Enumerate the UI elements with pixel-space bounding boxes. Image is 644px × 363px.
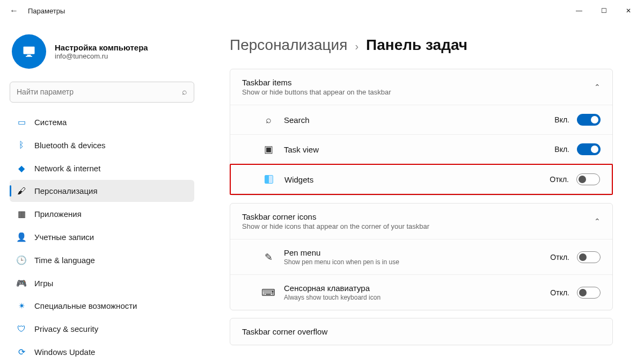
taskview-toggle[interactable]: [577, 143, 601, 155]
state-label: Откл.: [550, 253, 569, 262]
row-label: Pen menu: [284, 248, 399, 257]
nav-item-bluetooth[interactable]: ᛒ Bluetooth & devices: [10, 134, 194, 156]
corner-overflow-header[interactable]: Taskbar corner overflow: [230, 318, 612, 345]
taskbar-item-taskview: ▣ Task view Вкл.: [230, 134, 612, 164]
state-label: Вкл.: [554, 115, 569, 124]
nav-label: Privacy & security: [34, 324, 98, 333]
state-label: Вкл.: [554, 145, 569, 154]
card-subtitle: Show or hide icons that appear on the co…: [242, 222, 429, 230]
sidebar: Настройка компьютера info@tunecom.ru ⌕ ▭…: [0, 21, 204, 363]
system-icon: ▭: [16, 117, 27, 127]
nav-label: Учетные записи: [34, 233, 94, 242]
corner-icon-keyboard: ⌨ Сенсорная клавиатура Always show touch…: [230, 274, 612, 310]
pen-icon: ✎: [262, 251, 274, 263]
nav-item-privacy[interactable]: 🛡 Privacy & security: [10, 318, 194, 340]
row-sub: Always show touch keyboard icon: [284, 294, 380, 301]
close-button[interactable]: ✕: [616, 2, 641, 19]
chevron-right-icon: ›: [355, 40, 358, 53]
nav-label: Приложения: [34, 209, 82, 219]
wifi-icon: ◆: [16, 163, 27, 173]
apps-icon: ▦: [16, 209, 27, 220]
search-icon: ⌕: [182, 87, 187, 97]
titlebar: ← Параметры ― ☐ ✕: [0, 0, 644, 21]
taskbar-item-search: ⌕ Search Вкл.: [230, 105, 612, 134]
update-icon: ⟳: [16, 347, 27, 358]
nav-item-network[interactable]: ◆ Network & internet: [10, 157, 194, 179]
nav-label: Bluetooth & devices: [34, 141, 106, 150]
search-box[interactable]: ⌕: [10, 82, 194, 103]
brush-icon: 🖌: [16, 186, 27, 197]
nav-item-gaming[interactable]: 🎮 Игры: [10, 272, 194, 294]
nav-label: Time & language: [34, 256, 95, 265]
nav-item-apps[interactable]: ▦ Приложения: [10, 203, 194, 225]
state-label: Откл.: [550, 175, 569, 184]
card-title: Taskbar items: [242, 78, 391, 87]
nav-item-system[interactable]: ▭ Система: [10, 111, 194, 133]
back-button[interactable]: ←: [10, 6, 18, 16]
nav-item-accessibility[interactable]: ✴ Специальные возможности: [10, 295, 194, 317]
nav-label: Персонализация: [34, 186, 98, 195]
taskbar-items-header[interactable]: Taskbar items Show or hide buttons that …: [230, 69, 612, 105]
breadcrumb-parent[interactable]: Персонализация: [230, 37, 347, 54]
card-title: Taskbar corner overflow: [242, 327, 327, 336]
chevron-up-icon: ⌃: [594, 83, 601, 91]
row-label: Сенсорная клавиатура: [284, 284, 380, 293]
search-toggle[interactable]: [577, 114, 601, 126]
breadcrumb-current: Панель задач: [366, 37, 467, 54]
row-label: Search: [284, 115, 310, 125]
breadcrumb: Персонализация › Панель задач: [230, 37, 613, 54]
shield-icon: 🛡: [16, 324, 27, 335]
nav-label: Система: [34, 118, 67, 127]
card-subtitle: Show or hide buttons that appear on the …: [242, 88, 391, 96]
corner-icons-card: Taskbar corner icons Show or hide icons …: [230, 203, 613, 310]
keyboard-toggle[interactable]: [577, 287, 601, 299]
keyboard-icon: ⌨: [262, 287, 274, 299]
svg-rect-1: [27, 55, 31, 56]
svg-rect-0: [24, 47, 35, 54]
nav-item-time[interactable]: 🕒 Time & language: [10, 249, 194, 271]
taskview-icon: ▣: [262, 143, 274, 155]
main-panel: Персонализация › Панель задач Taskbar it…: [204, 21, 644, 363]
nav-item-update[interactable]: ⟳ Windows Update: [10, 341, 194, 363]
corner-overflow-card: Taskbar corner overflow: [230, 318, 613, 345]
taskbar-items-card: Taskbar items Show or hide buttons that …: [230, 69, 613, 195]
taskbar-item-widgets: Widgets Откл.: [230, 164, 613, 195]
row-label: Task view: [284, 145, 319, 154]
profile-name: Настройка компьютера: [55, 43, 148, 52]
state-label: Откл.: [550, 288, 569, 297]
widgets-toggle[interactable]: [576, 173, 600, 185]
nav-item-personalization[interactable]: 🖌 Персонализация: [10, 180, 194, 202]
svg-rect-2: [26, 56, 32, 57]
gamepad-icon: 🎮: [16, 278, 27, 288]
maximize-button[interactable]: ☐: [591, 2, 616, 19]
search-input[interactable]: [17, 88, 170, 96]
nav-list: ▭ Система ᛒ Bluetooth & devices ◆ Networ…: [10, 111, 194, 363]
minimize-button[interactable]: ―: [567, 2, 591, 19]
window-title: Параметры: [28, 7, 65, 15]
row-label: Widgets: [284, 175, 313, 184]
search-icon: ⌕: [262, 114, 274, 126]
clock-icon: 🕒: [16, 255, 27, 265]
card-title: Taskbar corner icons: [242, 212, 429, 221]
profile-email: info@tunecom.ru: [55, 52, 148, 60]
corner-icon-pen: ✎ Pen menu Show pen menu icon when pen i…: [230, 239, 612, 274]
accessibility-icon: ✴: [16, 301, 27, 311]
nav-label: Специальные возможности: [34, 301, 137, 310]
row-sub: Show pen menu icon when pen is in use: [284, 258, 399, 266]
person-icon: 👤: [16, 231, 27, 242]
chevron-up-icon: ⌃: [594, 217, 601, 226]
bluetooth-icon: ᛒ: [16, 140, 27, 150]
nav-label: Network & internet: [34, 164, 100, 173]
pen-toggle[interactable]: [577, 251, 601, 263]
nav-label: Windows Update: [34, 347, 95, 357]
nav-item-accounts[interactable]: 👤 Учетные записи: [10, 226, 194, 248]
settings-window: ← Параметры ― ☐ ✕ Настройка компьютера i…: [0, 0, 644, 363]
corner-icons-header[interactable]: Taskbar corner icons Show or hide icons …: [230, 204, 612, 239]
nav-label: Игры: [34, 279, 53, 288]
window-controls: ― ☐ ✕: [567, 2, 641, 19]
monitor-icon: [21, 44, 36, 59]
widgets-icon: [263, 175, 275, 184]
avatar: [12, 34, 46, 69]
profile[interactable]: Настройка компьютера info@tunecom.ru: [10, 30, 194, 77]
